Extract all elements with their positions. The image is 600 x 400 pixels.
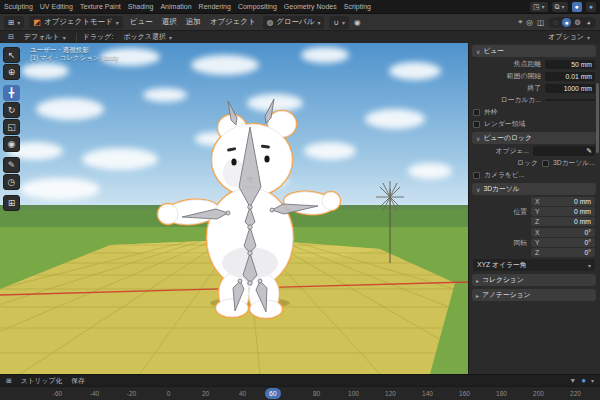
clip-start-field[interactable]: 0.01 mm <box>545 72 595 81</box>
overlays-toggle-icon[interactable]: ◎ <box>526 18 533 27</box>
tool-select-box-button[interactable]: ↖ <box>3 47 20 63</box>
tool-cursor-button[interactable]: ⊕ <box>3 64 20 80</box>
workspace-tab-compositing[interactable]: Compositing <box>238 3 277 10</box>
filter-funnel-icon[interactable]: ▼ <box>569 377 576 384</box>
clip-end-field[interactable]: 1000 mm <box>545 84 595 93</box>
panel-view-lock-title: ビューのロック <box>483 133 532 143</box>
workspace-tab-geometry-nodes[interactable]: Geometry Nodes <box>284 3 337 10</box>
renderer-button[interactable]: ● <box>572 2 582 12</box>
workspace-tab-uv-editing[interactable]: UV Editing <box>40 3 73 10</box>
view-layer-selector[interactable]: ⧉ ▾ <box>552 2 568 12</box>
main-area: ユーザー・透視投影 (1) マイ・コレクション | body ↖ ⊕ ╋ ↻ ◱… <box>0 43 600 374</box>
eyedropper-icon[interactable]: ✎ <box>586 147 592 155</box>
axis-z-label: Z <box>535 218 539 225</box>
cursor-loc-z-value: 0 mm <box>574 218 591 225</box>
timeline-ruler[interactable]: -60 -40 -20 0 20 40 80 100 120 140 160 1… <box>0 386 600 400</box>
chevron-down-icon: ∨ <box>476 135 480 142</box>
panel-annotations-header[interactable]: ▸ アノテーション <box>472 289 596 301</box>
tool-annotate-button[interactable]: ✎ <box>3 157 20 173</box>
timeline-tick: -60 <box>39 390 76 397</box>
chevron-down-icon: ∨ <box>476 48 480 55</box>
timeline-tick: 140 <box>409 390 446 397</box>
panel-view-lock-header[interactable]: ∨ ビューのロック <box>472 132 596 144</box>
editor-type-selector[interactable]: ⊞ ▾ <box>4 16 24 29</box>
xray-toggle-icon[interactable]: ◫ <box>537 18 544 27</box>
current-frame-indicator[interactable]: 60 <box>265 388 281 399</box>
workspace-tab-shading[interactable]: Shading <box>128 3 154 10</box>
menu-object[interactable]: オブジェクト <box>208 17 258 27</box>
lock-object-field[interactable]: ✎ <box>533 146 595 156</box>
viewport-canvas[interactable] <box>0 43 468 374</box>
tool-transform-button[interactable]: ◉ <box>3 136 20 152</box>
viewport-3d[interactable]: ユーザー・透視投影 (1) マイ・コレクション | body ↖ ⊕ ╋ ↻ ◱… <box>0 43 468 374</box>
transform-orientation-selector[interactable]: ◍ グローバル ▾ <box>263 16 325 29</box>
menu-select[interactable]: 選択 <box>160 17 179 27</box>
panel-scrollbar[interactable] <box>596 83 599 153</box>
panel-collections-header[interactable]: ▸ コレクション <box>472 274 596 286</box>
tool-rotate-button[interactable]: ↻ <box>3 102 20 118</box>
tool-settings-bar: ⊟ デフォルト ▾ ドラッグ: ボックス選択 ▾ オプション ▾ <box>0 30 600 43</box>
timeline-tick: 100 <box>335 390 372 397</box>
bottom-menu-save[interactable]: 保存 <box>71 376 85 386</box>
lock-3d-cursor-checkbox[interactable] <box>542 160 549 167</box>
panel-view-header[interactable]: ∨ ビュー <box>472 45 596 57</box>
outline-checkbox[interactable] <box>473 109 480 116</box>
shading-rendered-icon[interactable]: ◕ <box>584 18 593 27</box>
panel-3d-cursor-header[interactable]: ∨ 3Dカーソル <box>472 183 596 195</box>
scene-selector[interactable]: ◳ ▾ <box>530 2 548 12</box>
rotation-order-value: XYZ オイラー角 <box>477 260 527 270</box>
chevron-down-icon: ▾ <box>588 262 591 269</box>
menu-add[interactable]: 追加 <box>184 17 203 27</box>
display-ball-icon[interactable]: ● <box>581 376 586 385</box>
chevron-down-icon: ∨ <box>476 186 480 193</box>
workspace-tab-animation[interactable]: Animation <box>160 3 191 10</box>
move-icon: ╋ <box>9 88 14 98</box>
lock-3d-cursor-label: 3Dカーソル... <box>553 158 595 168</box>
mode-selector[interactable]: ◩ オブジェクトモード ▾ <box>29 16 122 29</box>
shading-solid-icon[interactable]: ● <box>562 18 571 27</box>
camera-to-view-checkbox[interactable] <box>473 172 480 179</box>
annotate-icon: ✎ <box>8 160 16 170</box>
tool-scale-button[interactable]: ◱ <box>3 119 20 135</box>
shading-material-icon[interactable]: ◍ <box>573 18 582 27</box>
bottom-menu-strip[interactable]: ストリップ化 <box>21 376 63 386</box>
shading-wireframe-icon[interactable]: ◌ <box>551 18 560 27</box>
cursor-rot-z-field[interactable]: Z 0° <box>531 248 595 257</box>
cursor-rot-x-value: 0° <box>585 229 592 236</box>
timeline-editor-icon[interactable]: ⊞ <box>6 377 12 385</box>
cursor-rot-y-field[interactable]: Y 0° <box>531 238 595 247</box>
cursor-loc-y-field[interactable]: Y 0 mm <box>531 207 595 216</box>
cursor-loc-x-field[interactable]: X 0 mm <box>531 197 595 206</box>
clip-end-row: 終了 1000 mm <box>473 83 595 93</box>
render-region-checkbox[interactable] <box>473 121 480 128</box>
cursor-location-row: 位置 X 0 mm Y 0 mm Z 0 mm <box>473 197 595 226</box>
rotate-icon: ↻ <box>8 105 16 115</box>
falloff-selector[interactable]: デフォルト ▾ <box>20 31 70 44</box>
rotation-order-dropdown[interactable]: XYZ オイラー角 ▾ <box>473 259 595 271</box>
tool-move-button[interactable]: ╋ <box>3 85 20 101</box>
section-3d-cursor: ∨ 3Dカーソル 位置 X 0 mm Y 0 mm Z 0 mm <box>472 183 596 271</box>
local-camera-field[interactable] <box>545 99 595 101</box>
menu-view[interactable]: ビュー <box>128 17 155 27</box>
cursor-loc-z-field[interactable]: Z 0 mm <box>531 217 595 226</box>
workspace-tab-scripting[interactable]: Scripting <box>344 3 371 10</box>
gizmo-toggle-icon[interactable]: ⌖ <box>518 17 522 27</box>
view-layer-icon: ⧉ <box>555 3 560 11</box>
focal-length-field[interactable]: 50 mm <box>545 60 595 69</box>
options-button[interactable]: オプション ▾ <box>544 31 594 44</box>
drag-mode-selector[interactable]: ボックス選択 ▾ <box>119 31 176 44</box>
workspace-tab-texture-paint[interactable]: Texture Paint <box>80 3 121 10</box>
renderer-icon: ● <box>575 3 579 10</box>
workspace-tab-rendering[interactable]: Rendering <box>199 3 231 10</box>
display-settings-button[interactable]: ● <box>586 2 596 12</box>
cursor-rot-x-field[interactable]: X 0° <box>531 228 595 237</box>
workspace-tab-sculpting[interactable]: Sculpting <box>4 3 33 10</box>
tool-add-cube-button[interactable]: ⊞ <box>3 195 20 211</box>
snap-toggle[interactable]: ∪ ▾ <box>329 16 349 29</box>
cursor-rot-z-value: 0° <box>585 249 592 256</box>
proportional-edit-icon[interactable]: ◉ <box>354 18 361 27</box>
section-annotations: ▸ アノテーション <box>472 289 596 301</box>
tool-measure-button[interactable]: ◷ <box>3 174 20 190</box>
camera-to-view-label: カメラをビ... <box>484 170 595 180</box>
cursor-loc-x-value: 0 mm <box>574 198 591 205</box>
